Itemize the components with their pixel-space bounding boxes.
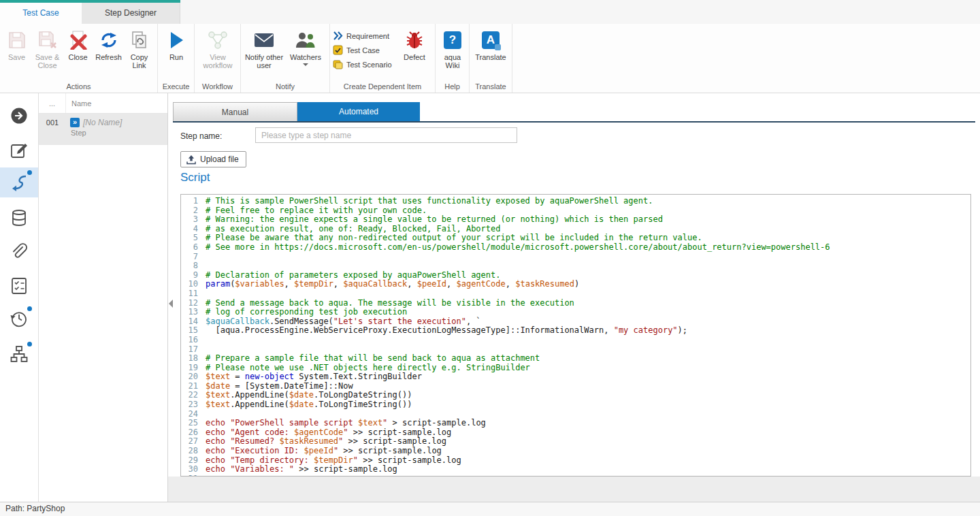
create-test-scenario-button[interactable]: Test Scenario: [333, 57, 398, 71]
steps-list-panel: ... Name 001 » [No Name] Step: [39, 93, 168, 502]
translate-icon: A: [472, 29, 509, 52]
create-test-case-button[interactable]: Test Case: [333, 43, 398, 57]
history-icon: [10, 310, 28, 327]
tab-step-designer[interactable]: Step Designer: [82, 3, 180, 24]
sidebar-item-dependencies[interactable]: [0, 339, 38, 369]
sitemap-icon: [10, 345, 28, 363]
script-heading: Script: [180, 171, 210, 184]
watchers-button[interactable]: Watchers: [286, 26, 325, 66]
ribbon-group-notify: Notify other user Watchers Notify: [241, 24, 330, 93]
ribbon-group-actions: Save Save & Close Close Refresh: [0, 24, 158, 93]
ribbon-group-create-dependent-item: Requirement Test Case Test Scenario Defe…: [330, 24, 436, 93]
step-number: 001: [39, 114, 66, 145]
edit-icon: [10, 141, 28, 159]
save-and-close-icon: [33, 29, 61, 52]
sidebar-item-checklist[interactable]: [0, 271, 38, 301]
column-header-name[interactable]: Name: [66, 99, 167, 108]
bottom-filler: [168, 477, 980, 502]
mode-tabs: Manual Automated: [173, 102, 975, 123]
ribbon-group-workflow: View workflow Workflow: [195, 24, 241, 93]
step-editor-panel: Manual Automated Step name: Upload file …: [168, 93, 980, 502]
save-button[interactable]: Save: [1, 26, 32, 61]
sidebar-item-attachments[interactable]: [0, 237, 38, 267]
create-requirement-button[interactable]: Requirement: [333, 29, 398, 43]
sidebar-item-history[interactable]: [0, 304, 38, 334]
close-button[interactable]: Close: [63, 26, 93, 61]
step-name-text: [No Name]: [83, 118, 122, 127]
checklist-icon: [10, 277, 28, 295]
step-name-label: Step name:: [180, 131, 222, 141]
line-numbers: 1234567891011121314151617181920212223242…: [181, 195, 201, 476]
copy-link-icon: [125, 29, 153, 52]
path-label: Path: PartyShop: [5, 504, 65, 513]
steps-list-header: ... Name: [39, 93, 167, 114]
workflow-icon: [197, 29, 238, 52]
step-row[interactable]: 001 » [No Name] Step: [39, 114, 167, 145]
step-type-text: Step: [70, 129, 165, 137]
panel-collapse-handle[interactable]: [169, 300, 173, 308]
save-icon: [3, 29, 31, 52]
ribbon-group-translate: A Translate Translate: [470, 24, 512, 93]
aqua-wiki-button[interactable]: ? aqua Wiki: [437, 26, 468, 69]
database-icon: [10, 209, 28, 227]
step-name-input[interactable]: [255, 127, 517, 143]
run-button[interactable]: Run: [159, 26, 193, 61]
upload-file-button[interactable]: Upload file: [180, 151, 246, 167]
upload-icon: [186, 155, 196, 165]
sidebar-item-data[interactable]: [0, 203, 38, 233]
aqua-wiki-icon: ?: [438, 29, 467, 52]
steps-icon: [10, 174, 28, 191]
left-rail: [0, 93, 39, 502]
ribbon: Save Save & Close Close Refresh: [0, 24, 980, 93]
translate-button[interactable]: A Translate: [471, 26, 510, 61]
window-tab-bar: Test Case Step Designer: [0, 0, 980, 24]
tab-manual[interactable]: Manual: [173, 102, 297, 121]
status-bar: Path: PartyShop: [0, 502, 980, 516]
run-icon: [161, 29, 192, 52]
notification-dot: [27, 342, 32, 346]
close-icon: [64, 29, 92, 52]
test-case-icon: [333, 45, 343, 55]
copy-link-button[interactable]: Copy Link: [124, 26, 154, 69]
view-workflow-button[interactable]: View workflow: [196, 26, 240, 69]
tab-automated[interactable]: Automated: [297, 102, 420, 121]
sidebar-item-steps[interactable]: [0, 167, 38, 197]
ribbon-group-help: ? aqua Wiki Help: [436, 24, 470, 93]
create-defect-button[interactable]: Defect: [398, 24, 431, 71]
envelope-icon: [244, 29, 284, 52]
ribbon-group-execute: Run Execute: [158, 24, 195, 93]
defect-icon: [399, 29, 429, 52]
notification-dot: [27, 170, 32, 175]
column-header-dots: ...: [39, 93, 66, 113]
sidebar-item-edit[interactable]: [0, 135, 38, 165]
automated-step-icon: »: [70, 118, 80, 127]
sidebar-item-navigate[interactable]: [0, 101, 38, 131]
refresh-button[interactable]: Refresh: [93, 26, 124, 61]
notify-other-user-button[interactable]: Notify other user: [242, 26, 286, 69]
notification-dot: [27, 306, 32, 311]
requirement-icon: [333, 31, 343, 41]
script-editor: 1234567891011121314151617181920212223242…: [180, 194, 971, 477]
refresh-icon: [95, 29, 122, 52]
code-content[interactable]: # This is sample PowerShell script that …: [201, 195, 970, 476]
chevron-down-icon: [303, 63, 308, 66]
tab-test-case[interactable]: Test Case: [0, 3, 82, 24]
paperclip-icon: [10, 243, 28, 261]
save-and-close-button[interactable]: Save & Close: [32, 26, 63, 69]
navigate-icon: [10, 107, 28, 125]
watchers-icon: [287, 29, 324, 52]
test-scenario-icon: [333, 59, 343, 69]
